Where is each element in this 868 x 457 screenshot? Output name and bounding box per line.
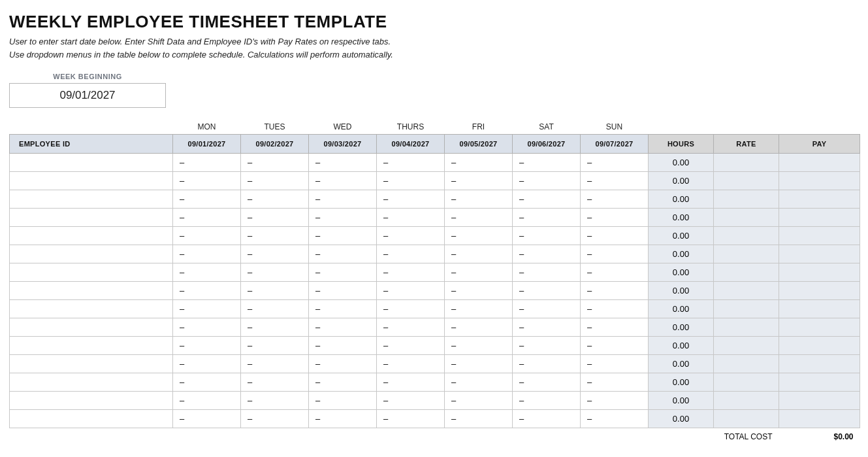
shift-cell[interactable]: – — [581, 392, 649, 410]
shift-cell[interactable]: – — [241, 318, 309, 337]
shift-cell[interactable]: – — [581, 410, 649, 428]
shift-cell[interactable]: – — [581, 300, 649, 318]
shift-cell[interactable]: – — [309, 263, 377, 282]
shift-cell[interactable]: – — [309, 209, 377, 227]
shift-cell[interactable]: – — [241, 337, 309, 355]
shift-cell[interactable]: – — [445, 154, 513, 172]
shift-cell[interactable]: – — [445, 263, 513, 282]
shift-cell[interactable]: – — [581, 373, 649, 392]
shift-cell[interactable]: – — [377, 282, 445, 300]
shift-cell[interactable]: – — [513, 263, 581, 282]
employee-id-cell[interactable] — [10, 263, 173, 282]
shift-cell[interactable]: – — [309, 410, 377, 428]
shift-cell[interactable]: – — [173, 227, 241, 245]
shift-cell[interactable]: – — [445, 190, 513, 209]
shift-cell[interactable]: – — [581, 337, 649, 355]
employee-id-cell[interactable] — [10, 300, 173, 318]
shift-cell[interactable]: – — [241, 263, 309, 282]
shift-cell[interactable]: – — [445, 410, 513, 428]
shift-cell[interactable]: – — [377, 154, 445, 172]
shift-cell[interactable]: – — [377, 245, 445, 263]
shift-cell[interactable]: – — [309, 154, 377, 172]
shift-cell[interactable]: – — [241, 172, 309, 190]
week-beginning-input[interactable]: 09/01/2027 — [9, 83, 166, 108]
shift-cell[interactable]: – — [513, 318, 581, 337]
shift-cell[interactable]: – — [445, 282, 513, 300]
shift-cell[interactable]: – — [241, 245, 309, 263]
shift-cell[interactable]: – — [581, 190, 649, 209]
shift-cell[interactable]: – — [173, 245, 241, 263]
shift-cell[interactable]: – — [377, 392, 445, 410]
shift-cell[interactable]: – — [309, 300, 377, 318]
shift-cell[interactable]: – — [513, 227, 581, 245]
employee-id-cell[interactable] — [10, 392, 173, 410]
employee-id-cell[interactable] — [10, 227, 173, 245]
shift-cell[interactable]: – — [445, 392, 513, 410]
shift-cell[interactable]: – — [445, 337, 513, 355]
shift-cell[interactable]: – — [445, 300, 513, 318]
employee-id-cell[interactable] — [10, 282, 173, 300]
shift-cell[interactable]: – — [581, 355, 649, 373]
shift-cell[interactable]: – — [513, 300, 581, 318]
employee-id-cell[interactable] — [10, 373, 173, 392]
shift-cell[interactable]: – — [513, 245, 581, 263]
shift-cell[interactable]: – — [309, 190, 377, 209]
shift-cell[interactable]: – — [173, 373, 241, 392]
shift-cell[interactable]: – — [513, 282, 581, 300]
employee-id-cell[interactable] — [10, 355, 173, 373]
shift-cell[interactable]: – — [513, 392, 581, 410]
shift-cell[interactable]: – — [173, 209, 241, 227]
shift-cell[interactable]: – — [377, 172, 445, 190]
shift-cell[interactable]: – — [581, 318, 649, 337]
shift-cell[interactable]: – — [377, 373, 445, 392]
shift-cell[interactable]: – — [309, 355, 377, 373]
shift-cell[interactable]: – — [241, 154, 309, 172]
shift-cell[interactable]: – — [241, 355, 309, 373]
shift-cell[interactable]: – — [445, 245, 513, 263]
shift-cell[interactable]: – — [309, 245, 377, 263]
shift-cell[interactable]: – — [309, 318, 377, 337]
employee-id-cell[interactable] — [10, 318, 173, 337]
shift-cell[interactable]: – — [581, 154, 649, 172]
shift-cell[interactable]: – — [513, 410, 581, 428]
shift-cell[interactable]: – — [445, 373, 513, 392]
shift-cell[interactable]: – — [309, 373, 377, 392]
shift-cell[interactable]: – — [173, 282, 241, 300]
shift-cell[interactable]: – — [241, 392, 309, 410]
shift-cell[interactable]: – — [445, 209, 513, 227]
shift-cell[interactable]: – — [513, 154, 581, 172]
shift-cell[interactable]: – — [241, 410, 309, 428]
shift-cell[interactable]: – — [173, 300, 241, 318]
shift-cell[interactable]: – — [445, 355, 513, 373]
shift-cell[interactable]: – — [581, 172, 649, 190]
shift-cell[interactable]: – — [513, 373, 581, 392]
shift-cell[interactable]: – — [581, 209, 649, 227]
shift-cell[interactable]: – — [241, 282, 309, 300]
shift-cell[interactable]: – — [173, 410, 241, 428]
shift-cell[interactable]: – — [513, 337, 581, 355]
employee-id-cell[interactable] — [10, 209, 173, 227]
shift-cell[interactable]: – — [173, 392, 241, 410]
shift-cell[interactable]: – — [173, 263, 241, 282]
shift-cell[interactable]: – — [309, 282, 377, 300]
shift-cell[interactable]: – — [581, 227, 649, 245]
employee-id-cell[interactable] — [10, 410, 173, 428]
shift-cell[interactable]: – — [173, 337, 241, 355]
shift-cell[interactable]: – — [581, 282, 649, 300]
shift-cell[interactable]: – — [377, 227, 445, 245]
employee-id-cell[interactable] — [10, 190, 173, 209]
shift-cell[interactable]: – — [241, 190, 309, 209]
shift-cell[interactable]: – — [445, 227, 513, 245]
shift-cell[interactable]: – — [377, 209, 445, 227]
shift-cell[interactable]: – — [241, 209, 309, 227]
shift-cell[interactable]: – — [241, 300, 309, 318]
employee-id-cell[interactable] — [10, 154, 173, 172]
shift-cell[interactable]: – — [377, 190, 445, 209]
shift-cell[interactable]: – — [377, 300, 445, 318]
shift-cell[interactable]: – — [581, 263, 649, 282]
shift-cell[interactable]: – — [309, 337, 377, 355]
shift-cell[interactable]: – — [173, 154, 241, 172]
shift-cell[interactable]: – — [173, 355, 241, 373]
shift-cell[interactable]: – — [445, 318, 513, 337]
shift-cell[interactable]: – — [173, 190, 241, 209]
